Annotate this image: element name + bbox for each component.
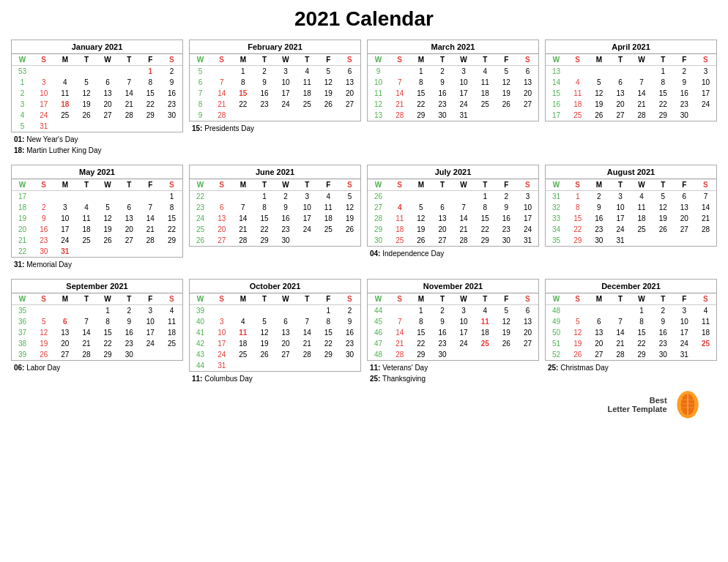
calendar-day: 21 (453, 224, 475, 235)
calendar-day: 18 (161, 327, 182, 338)
calendar-day: 28 (389, 349, 410, 360)
calendar-day: 21 (631, 99, 653, 110)
col-header: T (475, 293, 496, 305)
calendar-day (609, 66, 631, 78)
calendar-day: 27 (119, 235, 140, 246)
col-header: W (275, 54, 297, 66)
calendar-day: 29 (97, 349, 119, 360)
week-number: 17 (546, 110, 567, 121)
week-number: 33 (546, 213, 567, 224)
page-title: 2021 Calendar (11, 7, 717, 31)
calendar-day: 12 (653, 202, 674, 213)
calendar-day: 5 (567, 316, 588, 327)
col-header: W (631, 54, 653, 66)
calendar-day: 8 (653, 77, 674, 88)
calendar-day: 5 (339, 191, 360, 203)
calendar-day: 12 (567, 327, 588, 338)
calendar-day (33, 305, 54, 317)
calendar-day: 23 (119, 338, 140, 349)
calendar-day: 21 (695, 213, 716, 224)
calendar-day: 25 (475, 338, 496, 349)
calendar-day: 10 (674, 316, 695, 327)
calendar-day (588, 305, 609, 317)
holiday-name: Columbus Day (204, 375, 253, 383)
calendar-day: 8 (97, 316, 119, 327)
holiday-name: Independence Day (382, 250, 444, 258)
calendar-day: 25 (297, 99, 318, 110)
calendar-day: 3 (517, 191, 538, 203)
calendar-day: 1 (475, 191, 496, 203)
calendar-day: 22 (567, 224, 588, 235)
calendar-day: 13 (97, 88, 119, 99)
calendar-day: 27 (54, 349, 75, 360)
calendar-day: 21 (232, 224, 253, 235)
calendar-day (275, 305, 297, 317)
calendar-grid: January 2021WSMTWTFS53121345678921011121… (11, 40, 717, 387)
calendar-day: 15 (253, 213, 275, 224)
col-header: T (119, 179, 140, 191)
calendar-day: 29 (410, 110, 431, 121)
calendar-day: 12 (339, 202, 360, 213)
month-title: August 2021 (546, 165, 716, 179)
holiday-num: 25: (548, 364, 558, 372)
calendar-day (211, 191, 232, 203)
feather-icon (673, 390, 702, 419)
col-header: T (653, 179, 674, 191)
calendar-day (140, 191, 161, 203)
calendar-day: 18 (232, 338, 253, 349)
calendar-day: 23 (588, 224, 609, 235)
calendar-day: 11 (475, 316, 496, 327)
calendar-day: 28 (75, 349, 97, 360)
calendar-day: 18 (475, 88, 496, 99)
calendar-day: 10 (453, 316, 475, 327)
calendar-day: 13 (275, 327, 297, 338)
calendar-day: 17 (33, 99, 54, 110)
calendar-day: 30 (674, 110, 695, 121)
calendar-day: 28 (119, 110, 140, 121)
calendar-day: 19 (318, 88, 339, 99)
week-number: 17 (12, 191, 33, 203)
calendar-day: 3 (453, 66, 475, 78)
holiday-name: Veterans' Day (382, 364, 428, 372)
week-number: 21 (12, 235, 33, 246)
col-header: W (368, 54, 389, 66)
calendar-day: 5 (75, 77, 97, 88)
week-number: 20 (12, 224, 33, 235)
week-number: 39 (190, 305, 211, 317)
col-header: F (496, 54, 517, 66)
calendar-day: 15 (410, 327, 431, 338)
calendar-day: 5 (410, 202, 431, 213)
calendar-day: 9 (119, 316, 140, 327)
calendar-day: 25 (54, 110, 75, 121)
calendar-day: 13 (588, 327, 609, 338)
calendar-day (695, 110, 716, 121)
calendar-day: 21 (211, 99, 232, 110)
calendar-day: 17 (211, 338, 232, 349)
week-number: 40 (190, 316, 211, 327)
calendar-day: 17 (674, 327, 695, 338)
calendar-day: 28 (631, 110, 653, 121)
calendar-day: 18 (389, 224, 410, 235)
week-number: 48 (546, 305, 567, 317)
calendar-day: 20 (275, 338, 297, 349)
calendar-day (140, 246, 161, 257)
calendar-day: 20 (97, 99, 119, 110)
calendar-day: 19 (339, 213, 360, 224)
calendar-day: 6 (517, 66, 538, 78)
col-header: T (75, 179, 97, 191)
calendar-day: 30 (588, 235, 609, 246)
col-header: W (97, 179, 119, 191)
calendar-day: 25 (695, 338, 716, 349)
calendar-day: 1 (631, 305, 653, 317)
calendar-day: 8 (475, 202, 496, 213)
calendar-day (389, 66, 410, 78)
month-block: October 2021WSMTWTFS39124034567894110111… (189, 279, 361, 386)
calendar-day (631, 235, 653, 246)
col-header: W (97, 54, 119, 66)
col-header: F (140, 293, 161, 305)
calendar-day: 17 (517, 213, 538, 224)
calendar-day (54, 66, 75, 78)
calendar-day: 17 (140, 327, 161, 338)
calendar-day: 19 (496, 88, 517, 99)
calendar-day (75, 305, 97, 317)
